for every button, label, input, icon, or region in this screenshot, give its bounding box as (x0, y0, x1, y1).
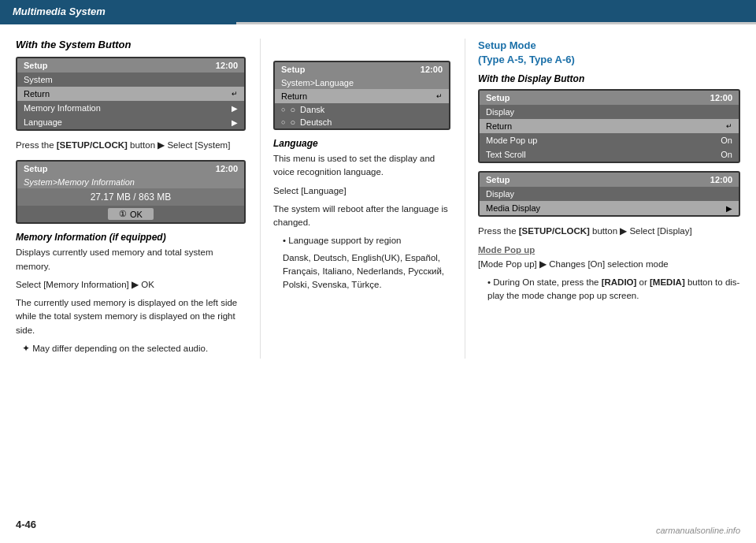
lang-section-title: Language (273, 138, 450, 149)
screen-body-mem: System>Memory Information 27.17 MB / 863… (17, 176, 244, 222)
right-column: Setup Mode(Type A-5, Type A-6) With the … (465, 39, 740, 359)
lang-dansk: ○Dansk (275, 103, 449, 116)
screen-time-1: 12:00 (216, 61, 238, 70)
lang-list: Dansk, Deutsch, English(UK), Español, Fr… (283, 251, 450, 292)
screen-display-1: Setup 12:00 Display Return ↵ Mode Pop up… (478, 89, 740, 163)
screen-mem-data: 27.17 MB / 863 MB (17, 188, 244, 206)
screen-memory: Setup 12:00 System>Memory Information 27… (16, 160, 246, 224)
screen-body-disp2: Display Media Display ▶ (480, 187, 739, 215)
lang-bullet: Language support by region (283, 234, 450, 247)
return-icon-1: ↵ (232, 90, 238, 98)
watermark: carmanualsonline.info (656, 526, 740, 535)
lang-desc-1: This menu is used to set the display and… (273, 152, 450, 180)
screen-row-textscroll: Text Scroll On (480, 147, 739, 162)
screen-row-return-lang: Return ↵ (275, 89, 449, 103)
mem-desc-3: The currently used memory is dis­played … (16, 296, 246, 337)
return-icon-lang: ↵ (436, 92, 443, 100)
return-icon-disp1: ↵ (726, 122, 732, 130)
screen-label-disp1: Setup (486, 93, 510, 102)
desc-setup-clock-1: Press the [SETUP/CLOCK] button ▶ Select … (16, 139, 246, 152)
mode-popup-desc1: [Mode Pop up] ▶ Changes [On] selection m… (478, 258, 740, 271)
screen-row-return-disp1: Return ↵ (480, 119, 739, 133)
screen-language: Setup 12:00 System>Language Return ↵ ○Da… (273, 61, 450, 130)
main-content: With the System Button Setup 12:00 Syste… (0, 24, 756, 374)
lang-reboot: The system will reboot after the lan­gua… (273, 203, 450, 230)
screen-header-disp2: Setup 12:00 (480, 173, 739, 187)
ok-button-screen: ① OK (108, 208, 154, 220)
screen-row-system: System (17, 73, 244, 87)
header-title: Multimedia System (13, 6, 106, 17)
left-section-title: With the System Button (16, 39, 246, 50)
mode-popup-bullet: During On state, press the [RADIO] or [M… (487, 276, 740, 303)
screen-row-display2: Display (480, 187, 739, 201)
screen-row-mediadisplay: Media Display ▶ (480, 201, 739, 215)
screen-row-memory: Memory Information ▶ (17, 101, 244, 115)
screen-row-sysinfo: System>Memory Information (17, 176, 244, 188)
mode-popup-title: Mode Pop up (478, 245, 740, 255)
screen-row-modepopup: Mode Pop up On (480, 133, 739, 147)
lang-select: Select [Language] (273, 184, 450, 198)
screen-row-return: Return ↵ (17, 87, 244, 101)
header-bar: Multimedia System (0, 0, 756, 22)
screen-time-disp1: 12:00 (710, 93, 732, 102)
screen-display-2: Setup 12:00 Display Media Display ▶ (478, 171, 740, 217)
screen-label-lang: Setup (281, 65, 306, 74)
mem-desc-2: Select [Memory Information] ▶ OK (16, 278, 246, 292)
screen-label-mem: Setup (24, 164, 48, 173)
screen-row-language: Language ▶ (17, 115, 244, 129)
screen-body-lang: System>Language Return ↵ ○Dansk ○Deutsch (275, 76, 449, 128)
screen-header-disp1: Setup 12:00 (480, 91, 739, 105)
mid-column: Setup 12:00 System>Language Return ↵ ○Da… (260, 39, 465, 359)
page-number: 4-46 (16, 519, 36, 530)
screen-row-display1: Display (480, 105, 739, 119)
screen-body-disp1: Display Return ↵ Mode Pop up On Text Scr… (480, 105, 739, 162)
mem-dagger: ✦ May differ depending on the selected a… (22, 342, 246, 355)
right-desc-1: Press the [SETUP/CLOCK] button ▶ Select … (478, 225, 740, 238)
screen-body-1: System Return ↵ Memory Information ▶ Lan… (17, 73, 244, 129)
right-main-title: Setup Mode(Type A-5, Type A-6) (478, 39, 740, 67)
screen-ok-row: ① OK (17, 206, 244, 222)
mem-desc-1: Displays currently used memory and total… (16, 246, 246, 273)
screen-row-sysheader: System>Language (275, 76, 449, 89)
screen-header-mem: Setup 12:00 (17, 162, 244, 176)
right-sub-title: With the Display Button (478, 73, 740, 84)
screen-header-lang: Setup 12:00 (275, 62, 449, 76)
screen-setup-system: Setup 12:00 System Return ↵ Memory Infor… (16, 57, 246, 131)
screen-label-disp2: Setup (486, 175, 510, 184)
screen-time-lang: 12:00 (421, 65, 443, 74)
screen-header-1: Setup 12:00 (17, 58, 244, 73)
screen-label-1: Setup (24, 61, 48, 70)
mem-section-title: Memory Information (if equipped) (16, 232, 246, 243)
screen-time-disp2: 12:00 (710, 175, 732, 184)
lang-deutsch: ○Deutsch (275, 116, 449, 128)
left-column: With the System Button Setup 12:00 Syste… (16, 39, 260, 359)
screen-time-mem: 12:00 (216, 164, 238, 173)
